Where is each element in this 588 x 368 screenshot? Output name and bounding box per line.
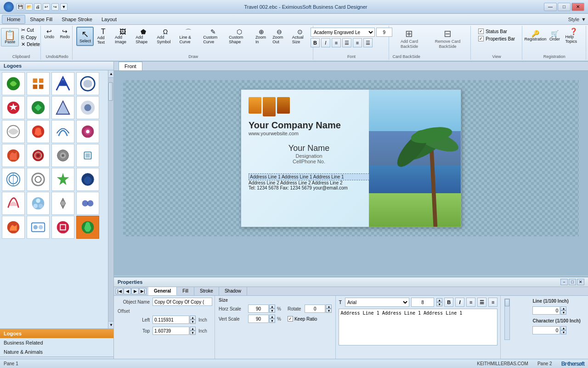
actual-size-button[interactable]: ⊙ Actual Size bbox=[290, 27, 310, 46]
menu-layout[interactable]: Layout bbox=[97, 15, 121, 24]
list-item[interactable] bbox=[51, 96, 74, 119]
dropdown-quick-icon[interactable]: ▼ bbox=[60, 3, 68, 11]
list-item[interactable] bbox=[2, 72, 25, 95]
prop-bold-button[interactable]: B bbox=[444, 298, 453, 307]
category-business[interactable]: Business Related bbox=[0, 338, 113, 347]
list-item[interactable] bbox=[27, 192, 50, 215]
list-item[interactable] bbox=[76, 144, 99, 167]
close-button[interactable]: ✕ bbox=[571, 3, 584, 11]
canvas-content[interactable]: Your Company Name www.yourwebsite.com Yo… bbox=[114, 71, 588, 276]
text-scroll-thumb[interactable] bbox=[505, 299, 509, 306]
list-item[interactable] bbox=[2, 144, 25, 167]
cut-button[interactable]: ✂ Cut bbox=[20, 27, 41, 34]
custom-curve-button[interactable]: ✎ Custom Curve bbox=[201, 27, 226, 46]
list-item[interactable] bbox=[27, 72, 50, 95]
list-item[interactable] bbox=[2, 96, 25, 119]
add-shape-button[interactable]: ⬟ Add Shape bbox=[133, 27, 153, 46]
list-item[interactable] bbox=[27, 144, 50, 167]
undo-button[interactable]: ↩ Undo bbox=[42, 27, 57, 40]
remove-card-backside-button[interactable]: ⊟ Remove Card BackSide bbox=[428, 27, 468, 51]
prop-font-select[interactable]: Arial bbox=[345, 298, 409, 307]
registration-button[interactable]: 🔑 Registration bbox=[525, 29, 547, 43]
prop-align-center-button[interactable]: ☰ bbox=[477, 298, 486, 307]
order-button[interactable]: 🛒 Order bbox=[548, 29, 562, 43]
list-item[interactable] bbox=[76, 72, 99, 95]
char-spacing-spin-up[interactable]: ▲ bbox=[560, 326, 566, 330]
status-bar-checkbox[interactable]: ✓ Status Bar bbox=[478, 29, 515, 34]
business-card[interactable]: Your Company Name www.yourwebsite.com Yo… bbox=[241, 89, 461, 227]
prop-align-right-button[interactable]: ≡ bbox=[488, 298, 498, 307]
prop-font-size[interactable] bbox=[411, 298, 434, 307]
category-nature[interactable]: Nature & Animals bbox=[0, 347, 113, 356]
zoom-out-button[interactable]: ⊖ Zoom Out bbox=[270, 27, 289, 46]
add-symbol-button[interactable]: Ω Add Symbol bbox=[154, 27, 176, 46]
paste-button[interactable]: 📋 Paste bbox=[1, 28, 19, 46]
custom-shape-button[interactable]: ⬡ Custom Shape bbox=[226, 27, 252, 46]
nav-first-button[interactable]: |◀ bbox=[116, 288, 123, 294]
prop-italic-button[interactable]: I bbox=[455, 298, 464, 307]
list-item[interactable] bbox=[76, 120, 99, 143]
list-item[interactable] bbox=[2, 216, 25, 239]
category-logoes[interactable]: Logoes bbox=[0, 329, 113, 338]
list-item[interactable] bbox=[2, 168, 25, 191]
list-item[interactable] bbox=[27, 96, 50, 119]
list-item[interactable] bbox=[76, 96, 99, 119]
list-item[interactable] bbox=[51, 192, 74, 215]
rotate-input[interactable] bbox=[305, 305, 325, 313]
list-item[interactable] bbox=[76, 168, 99, 191]
bold-button[interactable]: B bbox=[311, 38, 320, 47]
vert-spin-down[interactable]: ▼ bbox=[269, 319, 275, 323]
properties-close-button[interactable]: ✕ bbox=[577, 279, 584, 285]
font-size-spin-down[interactable]: ▼ bbox=[436, 302, 442, 306]
nav-next-button[interactable]: ▶ bbox=[131, 288, 139, 294]
list-item[interactable] bbox=[51, 120, 74, 143]
list-item[interactable] bbox=[27, 120, 50, 143]
list-item[interactable] bbox=[76, 192, 99, 215]
zoom-in-button[interactable]: ⊕ Zoom In bbox=[253, 27, 269, 46]
menu-shape-fill[interactable]: Shape Fill bbox=[25, 15, 57, 24]
menu-shape-stroke[interactable]: Shape Stroke bbox=[57, 15, 97, 24]
nav-last-button[interactable]: ▶| bbox=[139, 288, 147, 294]
left-input[interactable] bbox=[153, 316, 189, 324]
align-left-button[interactable]: ≡ bbox=[332, 38, 341, 47]
menu-home[interactable]: Home bbox=[2, 15, 25, 24]
line-spacing-input[interactable] bbox=[532, 306, 560, 315]
scroll-thumb[interactable] bbox=[108, 82, 113, 101]
help-topics-button[interactable]: ❓ Help Topics bbox=[563, 27, 585, 45]
tab-stroke[interactable]: Stroke bbox=[194, 287, 219, 295]
minimize-button[interactable]: — bbox=[544, 3, 557, 11]
list-item[interactable] bbox=[2, 120, 25, 143]
list-item[interactable] bbox=[2, 192, 25, 215]
list-item[interactable] bbox=[27, 168, 50, 191]
maximize-button[interactable]: □ bbox=[558, 3, 571, 11]
list-item[interactable] bbox=[51, 216, 74, 239]
line-spacing-spin-up[interactable]: ▲ bbox=[560, 306, 566, 310]
left-spin-down[interactable]: ▼ bbox=[190, 320, 196, 324]
char-spacing-input[interactable] bbox=[532, 326, 560, 334]
tab-general[interactable]: General bbox=[148, 287, 177, 295]
save-quick-icon[interactable]: 💾 bbox=[17, 3, 24, 11]
left-spin-up[interactable]: ▲ bbox=[190, 316, 196, 320]
char-spacing-spin-down[interactable]: ▼ bbox=[560, 330, 566, 334]
top-input[interactable] bbox=[153, 327, 189, 335]
properties-dock-button[interactable]: □ bbox=[569, 279, 576, 285]
font-select[interactable]: Academy Engraved Le bbox=[311, 28, 375, 37]
rotate-spin-up[interactable]: ▲ bbox=[326, 305, 332, 309]
horz-spin-down[interactable]: ▼ bbox=[269, 309, 275, 313]
object-name-input[interactable] bbox=[153, 298, 212, 306]
align-right-button[interactable]: ≡ bbox=[353, 38, 362, 47]
print-quick-icon[interactable]: 🖨 bbox=[34, 3, 41, 11]
copy-button[interactable]: ⎘ Copy bbox=[20, 34, 41, 40]
rotate-spin-down[interactable]: ▼ bbox=[326, 309, 332, 313]
nav-prev-button[interactable]: ◀ bbox=[124, 288, 131, 294]
scroll-up-button[interactable]: ▲ bbox=[108, 70, 113, 78]
properties-bar-checkbox[interactable]: ✓ Properties Bar bbox=[478, 36, 515, 41]
justify-button[interactable]: ☰ bbox=[363, 38, 373, 47]
list-item[interactable] bbox=[51, 72, 74, 95]
vert-scale-input[interactable] bbox=[248, 315, 269, 323]
logo-grid-scrollbar[interactable]: ▲ ▼ bbox=[108, 70, 113, 328]
horz-scale-input[interactable] bbox=[248, 305, 269, 313]
prop-align-left-button[interactable]: ≡ bbox=[466, 298, 475, 307]
add-text-button[interactable]: T Add Text bbox=[95, 27, 112, 46]
select-button[interactable]: ↖ Select bbox=[76, 27, 94, 46]
